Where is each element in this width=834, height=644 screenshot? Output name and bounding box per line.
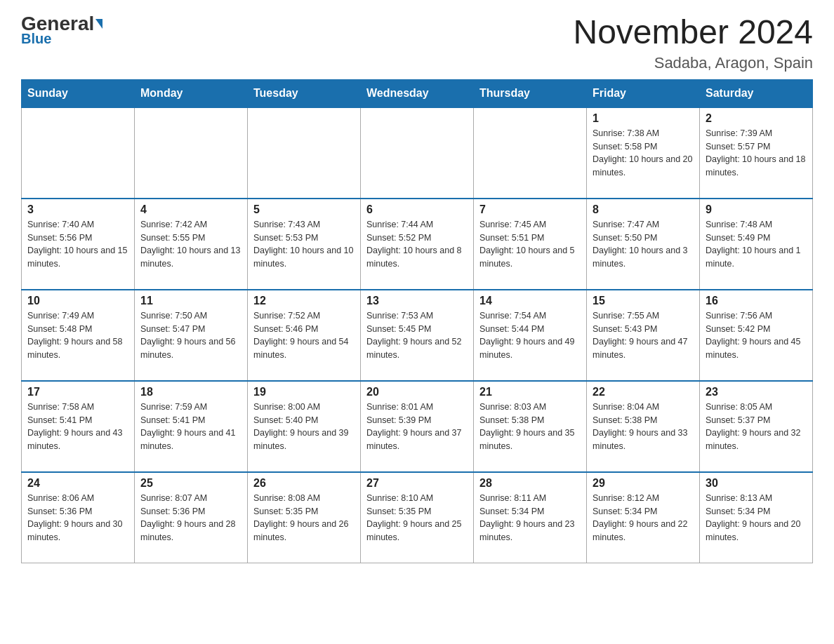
day-info: Sunrise: 7:42 AMSunset: 5:55 PMDaylight:… xyxy=(140,218,241,271)
day-info: Sunrise: 7:59 AMSunset: 5:41 PMDaylight:… xyxy=(140,401,241,453)
day-of-week-header: Monday xyxy=(135,79,248,107)
calendar-day-cell: 23Sunrise: 8:05 AMSunset: 5:37 PMDayligh… xyxy=(700,381,813,472)
day-info: Sunrise: 7:53 AMSunset: 5:45 PMDaylight:… xyxy=(366,309,468,362)
calendar-day-cell: 1Sunrise: 7:38 AMSunset: 5:58 PMDaylight… xyxy=(587,107,700,199)
day-number: 18 xyxy=(140,386,241,398)
day-info: Sunrise: 7:48 AMSunset: 5:49 PMDaylight:… xyxy=(706,218,807,271)
day-number: 20 xyxy=(366,386,468,398)
page-header: General Blue November 2024 Sadaba, Arago… xyxy=(21,14,813,72)
day-info: Sunrise: 8:13 AMSunset: 5:34 PMDaylight:… xyxy=(706,492,807,544)
day-of-week-header: Wednesday xyxy=(361,79,474,107)
calendar-day-cell: 22Sunrise: 8:04 AMSunset: 5:38 PMDayligh… xyxy=(587,381,700,472)
day-number: 17 xyxy=(27,386,128,398)
day-number: 30 xyxy=(706,477,807,490)
day-number: 4 xyxy=(140,203,241,216)
day-info: Sunrise: 8:01 AMSunset: 5:39 PMDaylight:… xyxy=(366,401,468,453)
calendar-header: SundayMondayTuesdayWednesdayThursdayFrid… xyxy=(22,79,813,107)
calendar-table: SundayMondayTuesdayWednesdayThursdayFrid… xyxy=(21,79,813,564)
day-info: Sunrise: 8:11 AMSunset: 5:34 PMDaylight:… xyxy=(479,492,581,544)
calendar-day-cell: 18Sunrise: 7:59 AMSunset: 5:41 PMDayligh… xyxy=(135,381,248,472)
day-number: 3 xyxy=(27,203,128,216)
day-number: 19 xyxy=(253,386,355,398)
day-number: 8 xyxy=(593,203,694,216)
calendar-day-cell: 6Sunrise: 7:44 AMSunset: 5:52 PMDaylight… xyxy=(361,199,474,290)
day-number: 2 xyxy=(706,112,807,125)
day-info: Sunrise: 7:58 AMSunset: 5:41 PMDaylight:… xyxy=(27,401,128,453)
day-info: Sunrise: 7:56 AMSunset: 5:42 PMDaylight:… xyxy=(706,309,807,362)
calendar-day-cell: 28Sunrise: 8:11 AMSunset: 5:34 PMDayligh… xyxy=(474,472,587,563)
calendar-week-row: 24Sunrise: 8:06 AMSunset: 5:36 PMDayligh… xyxy=(22,472,813,563)
day-of-week-header: Thursday xyxy=(474,79,587,107)
day-info: Sunrise: 7:50 AMSunset: 5:47 PMDaylight:… xyxy=(140,309,241,362)
calendar-body: 1Sunrise: 7:38 AMSunset: 5:58 PMDaylight… xyxy=(22,107,813,563)
calendar-day-cell: 2Sunrise: 7:39 AMSunset: 5:57 PMDaylight… xyxy=(700,107,813,199)
day-info: Sunrise: 7:49 AMSunset: 5:48 PMDaylight:… xyxy=(27,309,128,362)
calendar-day-cell xyxy=(474,107,587,199)
calendar-day-cell: 14Sunrise: 7:54 AMSunset: 5:44 PMDayligh… xyxy=(474,290,587,381)
day-number: 11 xyxy=(140,295,241,307)
calendar-day-cell: 27Sunrise: 8:10 AMSunset: 5:35 PMDayligh… xyxy=(361,472,474,563)
calendar-week-row: 1Sunrise: 7:38 AMSunset: 5:58 PMDaylight… xyxy=(22,107,813,199)
day-info: Sunrise: 8:12 AMSunset: 5:34 PMDaylight:… xyxy=(593,492,694,544)
day-info: Sunrise: 7:54 AMSunset: 5:44 PMDaylight:… xyxy=(479,309,581,362)
calendar-week-row: 10Sunrise: 7:49 AMSunset: 5:48 PMDayligh… xyxy=(22,290,813,381)
logo: General Blue xyxy=(21,14,102,47)
calendar-day-cell: 26Sunrise: 8:08 AMSunset: 5:35 PMDayligh… xyxy=(248,472,361,563)
logo-blue-text: Blue xyxy=(21,31,51,47)
day-number: 27 xyxy=(366,477,468,490)
day-number: 22 xyxy=(593,386,694,398)
day-number: 29 xyxy=(593,477,694,490)
calendar-day-cell: 8Sunrise: 7:47 AMSunset: 5:50 PMDaylight… xyxy=(587,199,700,290)
day-info: Sunrise: 8:04 AMSunset: 5:38 PMDaylight:… xyxy=(593,401,694,453)
day-of-week-header: Tuesday xyxy=(248,79,361,107)
day-number: 14 xyxy=(479,295,581,307)
day-info: Sunrise: 7:40 AMSunset: 5:56 PMDaylight:… xyxy=(27,218,128,271)
day-info: Sunrise: 8:06 AMSunset: 5:36 PMDaylight:… xyxy=(27,492,128,544)
day-number: 5 xyxy=(253,203,355,216)
calendar-day-cell: 15Sunrise: 7:55 AMSunset: 5:43 PMDayligh… xyxy=(587,290,700,381)
day-of-week-header: Saturday xyxy=(700,79,813,107)
day-info: Sunrise: 8:00 AMSunset: 5:40 PMDaylight:… xyxy=(253,401,355,453)
calendar-day-cell: 19Sunrise: 8:00 AMSunset: 5:40 PMDayligh… xyxy=(248,381,361,472)
day-info: Sunrise: 7:43 AMSunset: 5:53 PMDaylight:… xyxy=(253,218,355,271)
day-number: 15 xyxy=(593,295,694,307)
calendar-day-cell: 12Sunrise: 7:52 AMSunset: 5:46 PMDayligh… xyxy=(248,290,361,381)
day-info: Sunrise: 8:05 AMSunset: 5:37 PMDaylight:… xyxy=(706,401,807,453)
calendar-day-cell: 25Sunrise: 8:07 AMSunset: 5:36 PMDayligh… xyxy=(135,472,248,563)
day-info: Sunrise: 7:45 AMSunset: 5:51 PMDaylight:… xyxy=(479,218,581,271)
day-number: 21 xyxy=(479,386,581,398)
day-info: Sunrise: 8:10 AMSunset: 5:35 PMDaylight:… xyxy=(366,492,468,544)
day-number: 9 xyxy=(706,203,807,216)
day-number: 28 xyxy=(479,477,581,490)
logo-triangle-icon xyxy=(95,19,102,29)
calendar-day-cell: 3Sunrise: 7:40 AMSunset: 5:56 PMDaylight… xyxy=(22,199,135,290)
calendar-week-row: 17Sunrise: 7:58 AMSunset: 5:41 PMDayligh… xyxy=(22,381,813,472)
day-info: Sunrise: 8:07 AMSunset: 5:36 PMDaylight:… xyxy=(140,492,241,544)
calendar-week-row: 3Sunrise: 7:40 AMSunset: 5:56 PMDaylight… xyxy=(22,199,813,290)
calendar-day-cell: 9Sunrise: 7:48 AMSunset: 5:49 PMDaylight… xyxy=(700,199,813,290)
day-number: 24 xyxy=(27,477,128,490)
calendar-day-cell: 13Sunrise: 7:53 AMSunset: 5:45 PMDayligh… xyxy=(361,290,474,381)
calendar-day-cell: 11Sunrise: 7:50 AMSunset: 5:47 PMDayligh… xyxy=(135,290,248,381)
calendar-day-cell: 4Sunrise: 7:42 AMSunset: 5:55 PMDaylight… xyxy=(135,199,248,290)
day-number: 10 xyxy=(27,295,128,307)
day-info: Sunrise: 7:38 AMSunset: 5:58 PMDaylight:… xyxy=(593,127,694,180)
day-info: Sunrise: 7:52 AMSunset: 5:46 PMDaylight:… xyxy=(253,309,355,362)
calendar-day-cell: 17Sunrise: 7:58 AMSunset: 5:41 PMDayligh… xyxy=(22,381,135,472)
calendar-day-cell xyxy=(135,107,248,199)
day-number: 16 xyxy=(706,295,807,307)
day-number: 6 xyxy=(366,203,468,216)
day-info: Sunrise: 7:55 AMSunset: 5:43 PMDaylight:… xyxy=(593,309,694,362)
calendar-day-cell: 20Sunrise: 8:01 AMSunset: 5:39 PMDayligh… xyxy=(361,381,474,472)
calendar-day-cell xyxy=(248,107,361,199)
day-info: Sunrise: 7:39 AMSunset: 5:57 PMDaylight:… xyxy=(706,127,807,180)
day-number: 23 xyxy=(706,386,807,398)
day-of-week-header: Friday xyxy=(587,79,700,107)
month-year-title: November 2024 xyxy=(573,14,813,51)
calendar-day-cell: 30Sunrise: 8:13 AMSunset: 5:34 PMDayligh… xyxy=(700,472,813,563)
day-number: 26 xyxy=(253,477,355,490)
calendar-day-cell: 21Sunrise: 8:03 AMSunset: 5:38 PMDayligh… xyxy=(474,381,587,472)
day-of-week-header: Sunday xyxy=(22,79,135,107)
calendar-day-cell xyxy=(361,107,474,199)
calendar-day-cell: 5Sunrise: 7:43 AMSunset: 5:53 PMDaylight… xyxy=(248,199,361,290)
